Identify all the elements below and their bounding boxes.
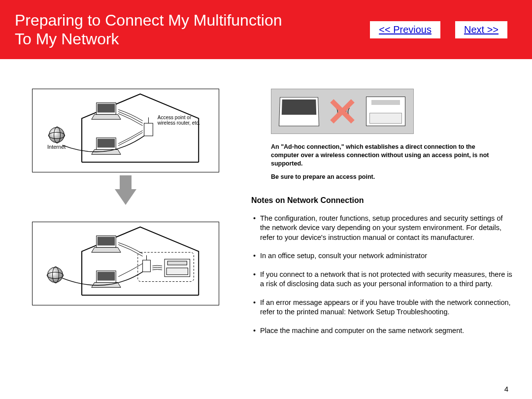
network-diagram-after <box>32 222 219 305</box>
list-item: In an office setup, consult your network… <box>251 251 512 261</box>
globe-icon <box>49 127 65 143</box>
printer-icon <box>366 97 405 126</box>
svg-marker-12 <box>92 247 121 252</box>
wifi-blocked-icon: ))) ((( <box>325 94 360 129</box>
next-button[interactable]: Next >> <box>455 21 507 38</box>
laptop-icon <box>279 97 319 126</box>
svg-rect-21 <box>166 268 188 275</box>
arrow-down-icon <box>115 189 136 205</box>
globe-icon <box>47 267 63 283</box>
adhoc-paragraph-2: Be sure to prepare an access point. <box>271 173 498 181</box>
x-icon <box>328 97 357 126</box>
svg-rect-7 <box>144 123 153 136</box>
adhoc-warning-text: An "Ad-hoc connection," which establishe… <box>271 143 498 181</box>
text-column: ))) ((( An "Ad-hoc connection," which es… <box>251 89 512 345</box>
list-item: If you connect to a network that is not … <box>251 270 512 289</box>
title-line2: To My Network <box>15 30 119 48</box>
nav-button-group: << Previous Next >> <box>370 21 507 38</box>
network-diagram-before: Internet Access point or wireless router… <box>32 89 219 172</box>
svg-rect-20 <box>167 261 187 265</box>
svg-rect-17 <box>143 260 151 272</box>
adhoc-diagram: ))) ((( <box>271 89 414 134</box>
header-bar: Preparing to Connect My Multifunction To… <box>0 0 532 59</box>
content-area: Internet Access point or wireless router… <box>0 59 532 355</box>
diagram-column: Internet Access point or wireless router… <box>20 89 232 345</box>
list-item: If an error message appears or if you ha… <box>251 298 512 317</box>
access-point-label: Access point or wireless router, etc. <box>158 115 200 126</box>
internet-icon <box>47 267 63 283</box>
svg-rect-14 <box>98 272 115 281</box>
list-item: Place the machine and computer on the sa… <box>251 326 512 336</box>
previous-button[interactable]: << Previous <box>370 21 440 38</box>
notes-heading: Notes on Network Connection <box>251 196 512 205</box>
notes-list: The configuration, router functions, set… <box>251 214 512 336</box>
svg-rect-5 <box>98 139 115 148</box>
list-item: The configuration, router functions, set… <box>251 214 512 243</box>
internet-icon: Internet <box>47 127 66 150</box>
svg-rect-2 <box>98 104 115 113</box>
svg-rect-11 <box>98 237 115 246</box>
page-number: 4 <box>504 385 508 393</box>
page-title: Preparing to Connect My Multifunction To… <box>15 11 282 49</box>
house-icon <box>33 222 219 305</box>
adhoc-paragraph-1: An "Ad-hoc connection," which establishe… <box>271 143 498 168</box>
title-line1: Preparing to Connect My Multifunction <box>15 11 282 29</box>
internet-label: Internet <box>47 144 66 150</box>
svg-marker-3 <box>92 114 121 119</box>
